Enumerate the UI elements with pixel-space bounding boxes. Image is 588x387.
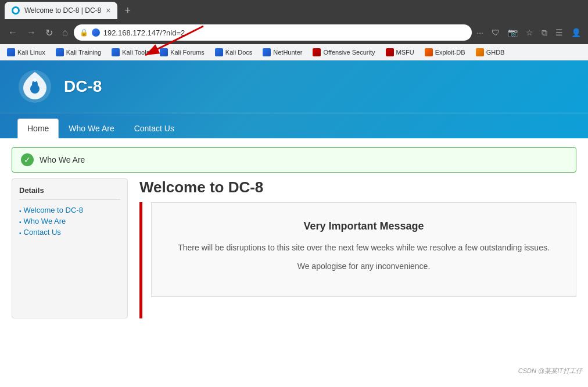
sidebar: Details • Welcome to DC-8 • Who We Are •… bbox=[12, 178, 128, 318]
profile-icon[interactable]: 👤 bbox=[569, 26, 583, 40]
message-title: Very Important Message bbox=[175, 220, 553, 232]
refresh-button[interactable]: ↻ bbox=[42, 25, 56, 41]
msfu-favicon bbox=[386, 48, 394, 56]
kali-forums-favicon bbox=[160, 48, 168, 56]
drupal-logo bbox=[17, 69, 52, 104]
svg-point-6 bbox=[33, 78, 37, 82]
content-layout: Details • Welcome to DC-8 • Who We Are •… bbox=[12, 178, 576, 318]
security-icon: 🔒 bbox=[80, 28, 88, 37]
bookmark-ghdb[interactable]: GHDB bbox=[471, 47, 510, 58]
page-title: Welcome to DC-8 bbox=[139, 178, 576, 196]
menu-icon[interactable]: ☰ bbox=[553, 26, 565, 40]
bookmark-kali-training[interactable]: Kali Training bbox=[51, 47, 106, 58]
message-text-1: There will be disruptions to this site o… bbox=[175, 241, 553, 254]
bookmark-kali-linux[interactable]: Kali Linux bbox=[2, 47, 50, 58]
bookmark-exploit-db[interactable]: Exploit-DB bbox=[420, 47, 470, 58]
nav-home[interactable]: Home bbox=[17, 119, 59, 138]
kali-favicon-bar bbox=[92, 28, 100, 37]
bullet-icon-3: • bbox=[19, 230, 21, 236]
offensive-security-favicon bbox=[313, 48, 321, 56]
address-bar[interactable]: 🔒 192.168.172.147/?nid=2 bbox=[74, 24, 472, 41]
site-nav: Home Who We Are Contact Us bbox=[0, 113, 588, 138]
tab-close-button[interactable]: × bbox=[106, 6, 110, 15]
nav-who-we-are[interactable]: Who We Are bbox=[59, 119, 124, 138]
kali-tools-favicon bbox=[112, 48, 120, 56]
tab-favicon bbox=[12, 6, 20, 15]
exploit-db-favicon bbox=[425, 48, 433, 56]
ghdb-favicon bbox=[476, 48, 484, 56]
sidebar-title: Details bbox=[19, 186, 120, 200]
bookmark-nethunter[interactable]: NetHunter bbox=[258, 47, 307, 58]
kali-linux-favicon bbox=[7, 48, 15, 56]
message-box: Very Important Message There will be dis… bbox=[151, 202, 576, 297]
forward-button[interactable]: → bbox=[23, 25, 40, 40]
page-content: DC-8 Home Who We Are Contact Us ✓ Who We… bbox=[0, 60, 588, 387]
kali-docs-favicon bbox=[215, 48, 223, 56]
screenshot-icon[interactable]: 📷 bbox=[505, 26, 520, 40]
new-tab-button[interactable]: + bbox=[120, 5, 135, 17]
kali-training-favicon bbox=[56, 48, 64, 56]
svg-point-0 bbox=[13, 8, 18, 13]
success-check-icon: ✓ bbox=[21, 153, 34, 166]
browser-tab[interactable]: Welcome to DC-8 | DC-8 × bbox=[5, 2, 117, 19]
bookmark-star-icon[interactable]: ☆ bbox=[524, 26, 536, 40]
bookmark-offensive-security[interactable]: Offensive Security bbox=[308, 47, 379, 58]
site-header: DC-8 bbox=[0, 60, 588, 113]
red-bar-section: Very Important Message There will be dis… bbox=[139, 202, 576, 318]
sidebar-link-contact-us[interactable]: • Contact Us bbox=[19, 228, 120, 239]
nethunter-favicon bbox=[263, 48, 271, 56]
back-button[interactable]: ← bbox=[5, 25, 21, 40]
watermark: CSDN @某某IT打工仔 bbox=[518, 367, 582, 375]
sidebar-link-welcome[interactable]: • Welcome to DC-8 bbox=[19, 206, 120, 217]
message-text-2: We apologise for any inconvenience. bbox=[175, 260, 553, 273]
success-message-text: Who We Are bbox=[40, 155, 85, 164]
bookmark-kali-docs[interactable]: Kali Docs bbox=[210, 47, 257, 58]
bookmark-kali-tools[interactable]: Kali Tools bbox=[107, 47, 154, 58]
success-message: ✓ Who We Are bbox=[12, 147, 576, 173]
bullet-icon: • bbox=[19, 208, 21, 214]
bookmark-kali-forums[interactable]: Kali Forums bbox=[155, 47, 209, 58]
main-area: ✓ Who We Are Details • Welcome to DC-8 •… bbox=[0, 138, 588, 327]
site-title: DC-8 bbox=[64, 77, 102, 96]
bookmarks-bar: Kali Linux Kali Training Kali Tools Kali… bbox=[0, 44, 588, 60]
nav-contact-us[interactable]: Contact Us bbox=[124, 119, 184, 138]
bullet-icon-2: • bbox=[19, 219, 21, 225]
shield-icon[interactable]: 🛡 bbox=[489, 26, 502, 40]
extensions-icon[interactable]: ⧉ bbox=[539, 26, 550, 40]
sidebar-link-who-we-are[interactable]: • Who We Are bbox=[19, 217, 120, 228]
more-tools-button[interactable]: ··· bbox=[474, 26, 486, 40]
url-text: 192.168.172.147/?nid=2 bbox=[103, 28, 467, 37]
tab-title: Welcome to DC-8 | DC-8 bbox=[24, 6, 101, 15]
home-button[interactable]: ⌂ bbox=[59, 25, 71, 40]
bookmark-msfu[interactable]: MSFU bbox=[381, 47, 419, 58]
main-content: Welcome to DC-8 Very Important Message T… bbox=[139, 178, 576, 318]
